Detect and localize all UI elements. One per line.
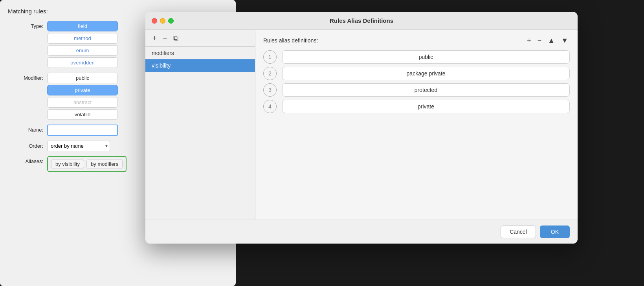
traffic-lights [152, 18, 174, 24]
def-row-1: 1 public [263, 50, 570, 64]
left-add-button[interactable]: + [151, 34, 158, 42]
modifier-label: Modifier: [8, 73, 43, 81]
def-number-2: 2 [263, 67, 277, 80]
def-value-protected[interactable]: protected [282, 83, 570, 97]
right-header: Rules alias definitions: + − ▲ ▼ [263, 36, 570, 45]
def-number-1: 1 [263, 50, 277, 64]
aliases-box: by visibility by modifiers [47, 156, 127, 172]
left-remove-button[interactable]: − [161, 34, 169, 42]
type-buttons-group: field method enum overridden [47, 21, 118, 68]
modifier-btn-public[interactable]: public [47, 73, 118, 83]
rules-alias-dialog: Rules Alias Definitions + − ⧉ modifiers … [145, 12, 578, 244]
order-dropdown[interactable]: order by name [47, 141, 110, 151]
order-label: Order: [8, 141, 43, 149]
left-copy-button[interactable]: ⧉ [172, 34, 180, 42]
dialog-title: Rules Alias Definitions [330, 17, 393, 24]
minimize-button[interactable] [160, 18, 165, 24]
modifier-buttons-group: public private abstract volatile [47, 73, 118, 120]
modifier-btn-abstract[interactable]: abstract [47, 97, 118, 108]
list-item-visibility[interactable]: visibility [145, 59, 255, 72]
close-button[interactable] [152, 18, 157, 24]
name-label: Name: [8, 125, 43, 133]
type-btn-enum[interactable]: enum [47, 45, 118, 56]
maximize-button[interactable] [168, 18, 174, 24]
right-add-button[interactable]: + [525, 36, 533, 45]
modifier-btn-private[interactable]: private [47, 85, 118, 95]
order-select-wrapper: order by name ▼ [47, 141, 108, 151]
dialog-left-panel: + − ⧉ modifiers visibility [145, 30, 255, 220]
def-row-2: 2 package private [263, 67, 570, 80]
type-btn-field[interactable]: field [47, 21, 118, 31]
right-remove-button[interactable]: − [536, 36, 543, 45]
def-value-package-private[interactable]: package private [282, 67, 570, 80]
dialog-right-panel: Rules alias definitions: + − ▲ ▼ 1 publi… [255, 30, 578, 220]
right-down-button[interactable]: ▼ [560, 36, 570, 45]
name-input[interactable] [47, 125, 118, 136]
alias-list: modifiers visibility [145, 47, 255, 220]
dialog-footer: Cancel OK [145, 220, 578, 244]
dialog-body: + − ⧉ modifiers visibility Rules alias d… [145, 30, 578, 220]
aliases-label: Aliases: [8, 156, 43, 164]
dialog-titlebar: Rules Alias Definitions [145, 12, 578, 30]
def-number-3: 3 [263, 83, 277, 97]
alias-tag-modifiers[interactable]: by modifiers [86, 159, 123, 169]
right-toolbar: + − ▲ ▼ [525, 36, 570, 45]
dropdown-arrow-icon: ▼ [105, 144, 108, 148]
def-row-3: 3 protected [263, 83, 570, 97]
right-up-button[interactable]: ▲ [546, 36, 556, 45]
def-row-4: 4 private [263, 100, 570, 113]
ok-button[interactable]: OK [540, 226, 570, 238]
type-btn-method[interactable]: method [47, 33, 118, 44]
list-item-modifiers[interactable]: modifiers [145, 47, 255, 59]
modifier-btn-volatile[interactable]: volatile [47, 109, 118, 120]
definitions-list: 1 public 2 package private 3 protected 4… [263, 50, 570, 213]
def-number-4: 4 [263, 100, 277, 113]
def-value-private[interactable]: private [282, 100, 570, 113]
def-value-public[interactable]: public [282, 50, 570, 64]
type-label: Type: [8, 21, 43, 29]
alias-tag-visibility[interactable]: by visibility [51, 159, 84, 169]
type-btn-overridden[interactable]: overridden [47, 57, 118, 68]
cancel-button[interactable]: Cancel [501, 226, 536, 238]
left-toolbar: + − ⧉ [145, 30, 255, 47]
right-panel-title: Rules alias definitions: [263, 37, 318, 44]
